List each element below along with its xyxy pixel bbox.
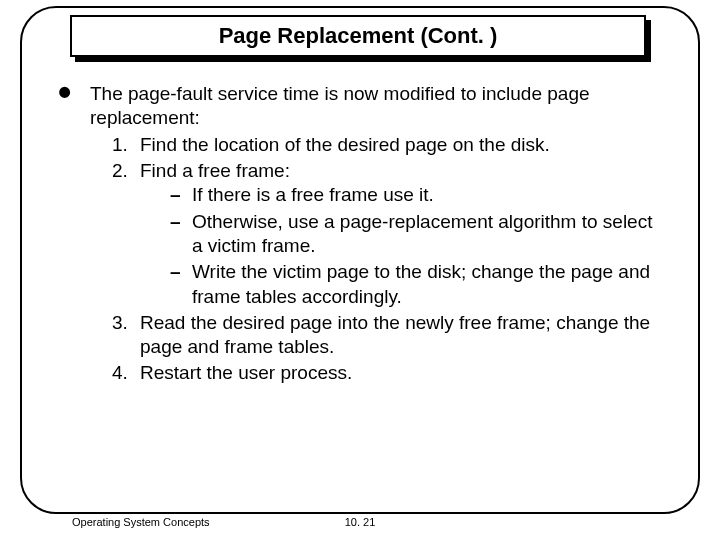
dash-icon: –	[170, 183, 181, 207]
step-text: Find the location of the desired page on…	[140, 134, 550, 155]
content-area: The page-fault service time is now modif…	[58, 82, 668, 388]
step-3: 3. Read the desired page into the newly …	[112, 311, 668, 360]
dash-icon: –	[170, 260, 181, 284]
slide-title: Page Replacement (Cont. )	[219, 23, 498, 49]
slide: Page Replacement (Cont. ) The page-fault…	[0, 0, 720, 540]
sub-item: – If there is a free frame use it.	[170, 183, 668, 207]
lead-bullet: The page-fault service time is now modif…	[58, 82, 668, 131]
sub-item: – Otherwise, use a page-replacement algo…	[170, 210, 668, 259]
step-number: 4.	[112, 361, 128, 385]
dash-icon: –	[170, 210, 181, 234]
step-text: Restart the user process.	[140, 362, 352, 383]
title-box: Page Replacement (Cont. )	[70, 15, 646, 57]
step-text: Find a free frame:	[140, 160, 290, 181]
step-number: 1.	[112, 133, 128, 157]
step-number: 2.	[112, 159, 128, 183]
sub-text: If there is a free frame use it.	[192, 184, 434, 205]
step-text: Read the desired page into the newly fre…	[140, 312, 650, 357]
ordered-list: 1. Find the location of the desired page…	[58, 133, 668, 386]
sub-item: – Write the victim page to the disk; cha…	[170, 260, 668, 309]
step-4: 4. Restart the user process.	[112, 361, 668, 385]
step-2: 2. Find a free frame: – If there is a fr…	[112, 159, 668, 309]
step-1: 1. Find the location of the desired page…	[112, 133, 668, 157]
sub-text: Otherwise, use a page-replacement algori…	[192, 211, 652, 256]
step-number: 3.	[112, 311, 128, 335]
footer-page-number: 10. 21	[0, 516, 720, 528]
sub-list: – If there is a free frame use it. – Oth…	[140, 183, 668, 309]
sub-text: Write the victim page to the disk; chang…	[192, 261, 650, 306]
